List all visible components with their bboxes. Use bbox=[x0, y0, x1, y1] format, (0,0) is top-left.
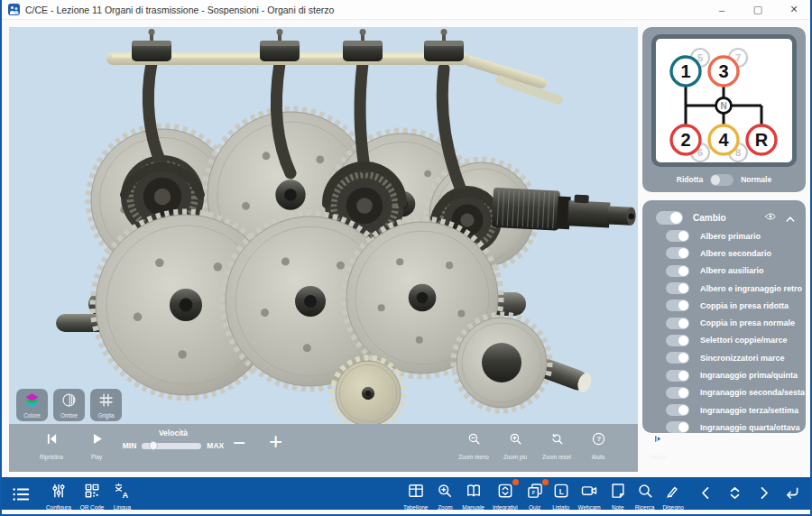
layer-toggle-8[interactable] bbox=[666, 352, 689, 364]
layer-toggle-1[interactable] bbox=[666, 230, 689, 242]
nav-return-button[interactable] bbox=[784, 484, 801, 505]
zoom-reset-button[interactable]: Zoom reset bbox=[541, 431, 572, 460]
svg-text:?: ? bbox=[596, 435, 601, 443]
speed-slider-knob[interactable] bbox=[149, 441, 158, 450]
toolbar-item-zoom[interactable]: Zoom bbox=[436, 482, 454, 511]
menu-button[interactable] bbox=[11, 484, 31, 508]
play-icon bbox=[89, 431, 105, 450]
aiuto-label: Aiuto bbox=[592, 454, 604, 460]
layer-toggle-4[interactable] bbox=[666, 282, 689, 294]
play-label: Play bbox=[91, 454, 102, 460]
toolbar-item-tabellone[interactable]: Tabellone bbox=[403, 482, 428, 511]
layer-label: Coppia in presa normale bbox=[700, 318, 795, 327]
viewport-tool-colore[interactable]: Colore bbox=[16, 389, 48, 421]
layer-row-12: Ingranaggio quarta/ottava bbox=[642, 419, 806, 436]
layer-toggle-10[interactable] bbox=[666, 387, 689, 399]
toolbar-item-lingua[interactable]: ALingua bbox=[113, 482, 131, 511]
max-label: MAX bbox=[207, 441, 224, 450]
layer-label: Albero secondario bbox=[700, 249, 771, 258]
layer-label: Sincronizzatori marce bbox=[700, 354, 785, 363]
riduci-label: Riduci bbox=[650, 454, 666, 460]
toolbar-item-disegno[interactable]: Disegno bbox=[662, 482, 683, 511]
eye-icon[interactable] bbox=[764, 210, 777, 226]
svg-text:2: 2 bbox=[680, 130, 690, 150]
play-button[interactable]: Play bbox=[81, 431, 112, 460]
viewport-tool-ombre[interactable]: Ombre bbox=[53, 389, 85, 421]
ripristina-button[interactable]: Ripristina bbox=[36, 431, 67, 460]
webcam-icon bbox=[580, 482, 598, 503]
minimize-button[interactable]: – bbox=[704, 0, 740, 19]
layer-toggle-6[interactable] bbox=[666, 318, 689, 329]
layer-row-8: Sincronizzatori marce bbox=[642, 349, 806, 366]
layer-row-1: Albero primario bbox=[642, 227, 806, 244]
3d-viewport[interactable]: ColoreOmbreGriglia bbox=[9, 27, 638, 424]
nav-prev-button[interactable] bbox=[697, 484, 715, 505]
shading-icon bbox=[60, 392, 78, 412]
speed-slider[interactable] bbox=[142, 443, 201, 449]
svg-text:4: 4 bbox=[718, 130, 729, 150]
toolbar-item-configura[interactable]: Configura bbox=[46, 482, 71, 511]
toolbar-item-label: Lingua bbox=[114, 504, 131, 511]
toolbar-item-quiz[interactable]: VFQuiz bbox=[526, 482, 544, 511]
toolbar-item-webcam[interactable]: Webcam bbox=[578, 482, 601, 511]
menu-list-icon bbox=[11, 492, 31, 507]
nav-next-button[interactable] bbox=[755, 484, 772, 505]
toolbar-item-label: Zoom bbox=[438, 504, 452, 511]
maximize-button[interactable]: ▢ bbox=[740, 0, 776, 19]
window-title: C/CE - Lezione 11 Organi di trasmissione… bbox=[25, 5, 334, 15]
chevron-up-icon[interactable] bbox=[784, 213, 795, 224]
viewport-tool-griglia[interactable]: Griglia bbox=[90, 389, 122, 421]
control-strip: Ripristina Play Velocità MIN MAX − + Zoo… bbox=[9, 424, 638, 472]
ridotta-normale-toggle[interactable] bbox=[710, 174, 734, 186]
layer-toggle-9[interactable] bbox=[666, 370, 689, 382]
layer-row-11: Ingranaggio terza/settima bbox=[642, 401, 806, 419]
layer-toggle-2[interactable] bbox=[666, 247, 689, 259]
layer-toggle-12[interactable] bbox=[666, 421, 689, 433]
normale-label: Normale bbox=[741, 175, 771, 184]
letter-l-box-icon: L bbox=[552, 482, 570, 503]
chevron-right-icon bbox=[755, 489, 772, 504]
toolbar-item-qrcode[interactable]: QR Code bbox=[80, 482, 105, 511]
app-icon bbox=[8, 4, 20, 15]
toolbar-item-integrativi[interactable]: Integrativi bbox=[493, 482, 518, 511]
decrease-button[interactable]: − bbox=[233, 430, 245, 456]
layer-label: Coppia in presa ridotta bbox=[700, 301, 789, 310]
skip-start-icon bbox=[44, 431, 60, 450]
svg-text:L: L bbox=[558, 487, 563, 496]
svg-text:N: N bbox=[720, 101, 726, 111]
cambio-label: Cambio bbox=[693, 213, 764, 223]
zoom-piu-button[interactable]: Zoom più bbox=[500, 431, 531, 460]
cambio-toggle[interactable] bbox=[656, 211, 683, 225]
toolbar-item-note[interactable]: Note bbox=[609, 482, 627, 511]
app-window: C/CE - Lezione 11 Organi di trasmissione… bbox=[0, 0, 812, 516]
nav-updown-button[interactable] bbox=[726, 484, 743, 505]
svg-text:R: R bbox=[755, 130, 769, 150]
layer-toggle-3[interactable] bbox=[666, 265, 689, 277]
chevrons-updown-icon bbox=[726, 489, 743, 504]
gearbox-3d-model bbox=[9, 27, 638, 424]
gear-position-N: N bbox=[716, 98, 732, 114]
language-icon: A bbox=[113, 482, 131, 503]
layer-toggle-11[interactable] bbox=[666, 404, 689, 416]
layer-label: Ingranaggio terza/settima bbox=[700, 406, 798, 415]
aiuto-button[interactable]: ?Aiuto bbox=[583, 431, 614, 460]
gear-position-4: 4 bbox=[709, 125, 738, 154]
viewport-tool-buttons: ColoreOmbreGriglia bbox=[16, 389, 122, 421]
notification-badge bbox=[512, 479, 519, 485]
toolbar-item-manuale[interactable]: Manuale bbox=[462, 482, 484, 511]
layer-toggle-5[interactable] bbox=[666, 299, 689, 311]
layer-toggle-7[interactable] bbox=[666, 335, 689, 346]
increase-button[interactable]: + bbox=[269, 428, 282, 456]
pen-icon bbox=[664, 482, 682, 503]
layer-row-2: Albero secondario bbox=[642, 244, 806, 262]
viewport-tool-label: Ombre bbox=[60, 413, 78, 419]
toolbar-item-listato[interactable]: LListato bbox=[552, 482, 570, 511]
gear-position-R: R bbox=[747, 125, 776, 154]
layer-label: Albero ausiliario bbox=[700, 266, 764, 275]
close-button[interactable]: ✕ bbox=[776, 0, 812, 19]
zoom-meno-button[interactable]: Zoom meno bbox=[458, 431, 489, 460]
viewport-tool-label: Colore bbox=[23, 413, 41, 419]
note-icon bbox=[609, 482, 627, 503]
grid-hash-icon bbox=[97, 392, 115, 412]
toolbar-item-ricerca[interactable]: Ricerca bbox=[635, 482, 655, 511]
